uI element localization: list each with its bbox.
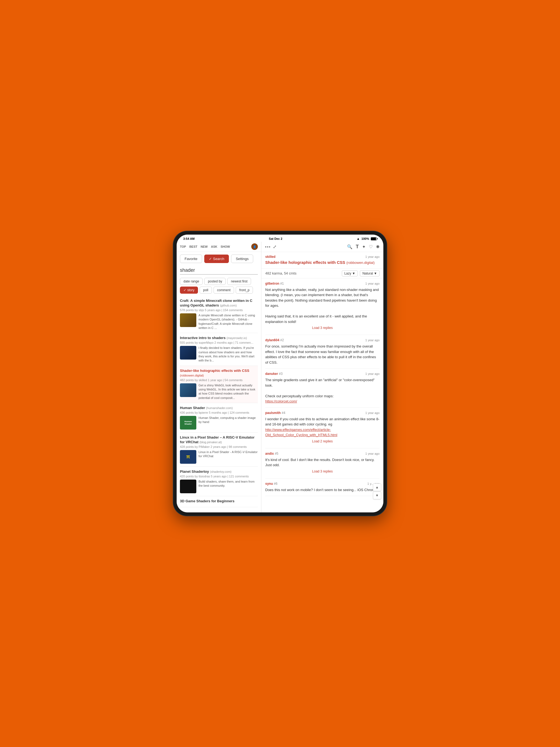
load-replies-button[interactable]: Load 2 replies bbox=[265, 438, 380, 445]
user-avatar[interactable]: 👤 bbox=[251, 243, 258, 250]
list-item[interactable]: 3D Game Shaders for Beginners bbox=[180, 496, 258, 507]
comment-text: I wonder if you could use this to achiev… bbox=[265, 416, 380, 438]
story-domain: (mayerowitz.io) bbox=[227, 336, 247, 340]
search-icon[interactable]: 🔍 bbox=[347, 244, 353, 249]
list-item[interactable]: Planet Shadertoy (shadertoy.com) 420 poi… bbox=[180, 467, 258, 496]
comment: andix #5 1 year ago It's kind of cool. B… bbox=[265, 448, 380, 479]
list-item[interactable]: Linux in a Pixel Shader – A RISC-V Emula… bbox=[180, 433, 258, 467]
newest-first-filter[interactable]: newest first bbox=[227, 278, 251, 285]
wifi-icon: ▲ bbox=[357, 237, 360, 241]
check-icon: ✓ bbox=[209, 257, 212, 261]
story-excerpt: Get a shiny WebGL look without actually … bbox=[199, 383, 258, 400]
story-thumbnail bbox=[180, 383, 196, 397]
story-meta: 578 points by sbjs 5 years ago | 154 com… bbox=[180, 308, 258, 312]
comment-filter[interactable]: comment bbox=[213, 287, 234, 294]
list-item[interactable]: Shader-like holographic effects with CSS… bbox=[180, 366, 258, 403]
favorite-button[interactable]: Favorite bbox=[180, 255, 202, 263]
posted-by-filter[interactable]: posted by bbox=[204, 278, 226, 285]
comment-header: paulsmith #4 1 year ago bbox=[265, 411, 380, 415]
load-replies-button[interactable]: Load 3 replies bbox=[265, 324, 380, 331]
comment-user[interactable]: paulsmith #4 bbox=[265, 411, 285, 415]
tab-new[interactable]: NEW bbox=[201, 245, 208, 248]
story-domain: (humanshader.com) bbox=[206, 406, 233, 410]
comment-header: danuker #3 1 year ago bbox=[265, 372, 380, 376]
story-filter[interactable]: ✓ story bbox=[180, 287, 198, 294]
comment-link[interactable]: https://colorcet.com/ bbox=[265, 399, 297, 403]
bookmark-icon[interactable]: ✦ bbox=[362, 244, 365, 249]
sort-natural-button[interactable]: Natural ▼ bbox=[360, 271, 380, 277]
comment-time: 1 year ago bbox=[365, 338, 380, 342]
comment-header: andix #5 1 year ago bbox=[265, 452, 380, 456]
story-content: π Linux in a Pixel Shader - A RISC-V Emu… bbox=[180, 450, 258, 464]
battery-icon bbox=[371, 237, 377, 240]
comment-user[interactable]: danuker #3 bbox=[265, 372, 282, 376]
story-thumbnail: Human Shader bbox=[180, 416, 196, 430]
story-excerpt: Linux in a Pixel Shader - A RISC-V Emula… bbox=[199, 450, 258, 459]
date-range-filter[interactable]: date range bbox=[180, 278, 203, 285]
article-header: skilled 1 year ago Shader-like holograph… bbox=[261, 252, 383, 269]
scroll-down-button[interactable]: ▼ bbox=[373, 492, 381, 499]
comment-user[interactable]: gilbetron #1 bbox=[265, 282, 284, 285]
dots-menu-icon[interactable] bbox=[265, 247, 270, 248]
heart-icon[interactable]: ♡ bbox=[369, 244, 373, 249]
story-content: Get a shiny WebGL look without actually … bbox=[180, 383, 258, 400]
list-item[interactable]: Interactive intro to shaders (mayerowitz… bbox=[180, 333, 258, 366]
comment-user[interactable]: synu #6 bbox=[265, 482, 278, 486]
article-stats: 482 karma, 54 cmts Lazy ▼ Natural ▼ bbox=[261, 269, 383, 278]
article-title: Shader-like holographic effects with CSS… bbox=[265, 260, 380, 265]
stories-list: Craft: A simple Minecraft clone written … bbox=[177, 296, 261, 512]
story-title: Planet Shadertoy (shadertoy.com) bbox=[180, 469, 258, 474]
story-domain: (robbowen.digital) bbox=[180, 374, 204, 377]
sparkle-icon[interactable]: ✺ bbox=[376, 244, 380, 249]
comment-user[interactable]: andix #5 bbox=[265, 452, 278, 456]
comment-time: 1 year ago bbox=[365, 411, 380, 414]
scroll-up-button[interactable]: ▲ bbox=[373, 483, 381, 491]
story-title: 3D Game Shaders for Beginners bbox=[180, 499, 258, 504]
tab-top[interactable]: TOP bbox=[180, 245, 186, 248]
settings-button[interactable]: Settings bbox=[231, 255, 253, 263]
story-content: I finally decided to learn shaders. If y… bbox=[180, 346, 258, 363]
comment-header: dylan604 #2 1 year ago bbox=[265, 338, 380, 342]
comment-user[interactable]: dylan604 #2 bbox=[265, 338, 284, 342]
story-excerpt: A simple Minecraft clone written in C us… bbox=[199, 313, 258, 330]
avatar-icon: 👤 bbox=[253, 245, 256, 248]
search-button[interactable]: ✓ Search bbox=[204, 255, 229, 263]
sort-lazy-button[interactable]: Lazy ▼ bbox=[342, 271, 358, 277]
tab-ask[interactable]: ASK bbox=[211, 245, 217, 248]
comment-rank: #3 bbox=[279, 372, 282, 376]
story-content: Build shaders, share them, and learn fro… bbox=[180, 480, 258, 493]
comment-rank: #4 bbox=[282, 411, 285, 415]
status-date: Sat Dec 2 bbox=[269, 237, 282, 240]
comment-rank: #5 bbox=[275, 452, 278, 456]
comment-time: 1 year ago bbox=[365, 372, 380, 376]
status-time: 3:54 AM bbox=[183, 237, 195, 240]
comment-text: It's kind of cool. But I don't like the … bbox=[265, 457, 380, 468]
tab-best[interactable]: BEST bbox=[189, 245, 197, 248]
front-page-filter[interactable]: front_p bbox=[236, 287, 253, 294]
story-title: Linux in a Pixel Shader – A RISC-V Emula… bbox=[180, 435, 258, 445]
nav-tabs: TOP BEST NEW ASK SHOW 👤 bbox=[177, 242, 261, 252]
story-thumbnail bbox=[180, 346, 196, 360]
list-item[interactable]: Human Shader (humanshader.com) 436 point… bbox=[180, 403, 258, 433]
story-content: A simple Minecraft clone written in C us… bbox=[180, 313, 258, 330]
story-thumbnail: π bbox=[180, 450, 196, 464]
load-replies-button[interactable]: Load 3 replies bbox=[265, 468, 380, 475]
comment-time: 1 year ago bbox=[365, 452, 380, 455]
comments-area: gilbetron #1 1 year ago Not anything lik… bbox=[261, 278, 383, 512]
comment: synu #6 1 y... ago Does this not work on… bbox=[265, 479, 380, 496]
comment-rank: #6 bbox=[274, 482, 277, 486]
expand-icon[interactable]: ⤢ bbox=[273, 244, 276, 249]
poll-filter[interactable]: poll bbox=[200, 287, 212, 294]
tab-show[interactable]: SHOW bbox=[221, 245, 230, 248]
comment-link[interactable]: http://www.effectgames.com/effect/articl… bbox=[265, 428, 337, 437]
article-meta-top: skilled 1 year ago bbox=[265, 255, 380, 259]
story-domain: (shadertoy.com) bbox=[210, 470, 232, 473]
text-size-icon[interactable]: T bbox=[356, 244, 359, 250]
story-meta: 555 points by superMayo 2 months ago | 7… bbox=[180, 341, 258, 344]
comment-header: gilbetron #1 1 year ago bbox=[265, 282, 380, 285]
list-item[interactable]: Craft: A simple Minecraft clone written … bbox=[180, 296, 258, 333]
search-query[interactable]: shader bbox=[180, 267, 258, 275]
battery-fill bbox=[371, 238, 376, 240]
check-icon: ✓ bbox=[183, 288, 186, 292]
article-domain: (robbowen.digital) bbox=[347, 261, 375, 265]
